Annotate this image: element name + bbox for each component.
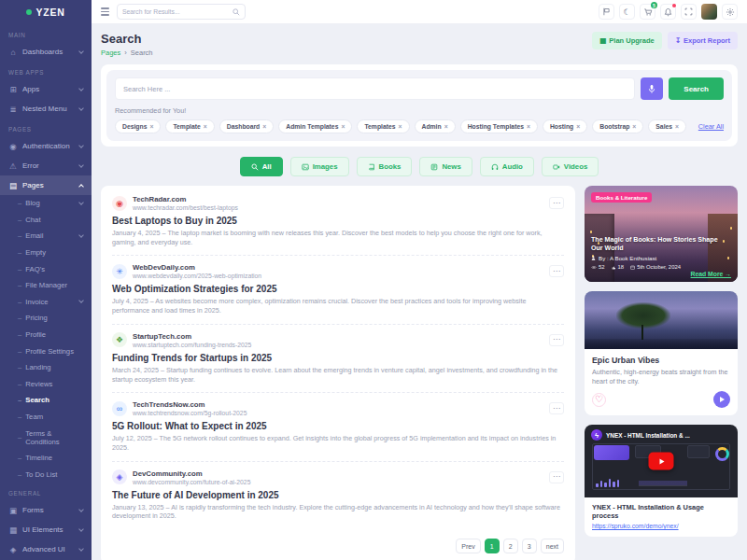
filter-news-button[interactable]: News	[419, 157, 472, 176]
category-badge[interactable]: Books & Literature	[591, 192, 652, 203]
sidebar-item-ui-elements[interactable]: ▦ UI Elements	[0, 520, 92, 539]
tag-pill[interactable]: Bootstrap×	[592, 119, 643, 133]
close-icon[interactable]: ×	[527, 123, 530, 130]
sidebar-item-pricing[interactable]: –Pricing	[0, 310, 92, 327]
header-search-input[interactable]	[122, 8, 233, 15]
pagination-page-2[interactable]: 2	[503, 539, 518, 553]
site-url[interactable]: www.devcommunity.com/future-of-ai-2025	[133, 479, 250, 485]
sidebar-item-email[interactable]: –Email	[0, 228, 92, 245]
sidebar-item-team[interactable]: –Team	[0, 409, 92, 426]
result-title[interactable]: The Future of AI Development in 2025	[112, 490, 564, 500]
search-input[interactable]	[115, 77, 635, 100]
close-icon[interactable]: ×	[262, 123, 266, 130]
sidebar-item-profile[interactable]: –Profile	[0, 327, 92, 343]
tag-pill[interactable]: Dashboard×	[219, 119, 275, 133]
user-avatar[interactable]	[701, 4, 717, 20]
close-icon[interactable]: ×	[444, 123, 448, 130]
close-icon[interactable]: ×	[149, 123, 153, 130]
sidebar-item-profile-settings[interactable]: –Profile Settings	[0, 343, 92, 359]
tag-pill[interactable]: Sales×	[648, 119, 686, 133]
sidebar-item-chat[interactable]: –Chat	[0, 212, 92, 229]
filter-audio-button[interactable]: Audio	[480, 157, 534, 176]
more-options-icon[interactable]: ⋯	[549, 402, 564, 414]
sidebar-item-authentication[interactable]: ◉ Authentication	[0, 136, 92, 156]
sidebar-item-terms[interactable]: –Terms & Conditions	[0, 425, 92, 450]
filter-all-button[interactable]: All	[240, 157, 283, 176]
more-options-icon[interactable]: ⋯	[549, 265, 564, 277]
video-thumbnail[interactable]: ϟ YNEX - HTML Installation & ...	[585, 425, 738, 497]
sidebar-item-dashboards[interactable]: ⌂ Dashboards	[0, 42, 92, 62]
settings-gear-icon[interactable]	[722, 4, 738, 20]
site-url[interactable]: www.webdevdaily.com/2025-web-optimizatio…	[133, 273, 261, 279]
menu-icon[interactable]	[101, 7, 109, 15]
sidebar-item-error[interactable]: ⚠ Error	[0, 156, 92, 175]
filter-books-button[interactable]: Books	[357, 157, 413, 176]
more-options-icon[interactable]: ⋯	[549, 471, 564, 483]
video-title[interactable]: YNEX - HTML Installation & Usage process	[592, 503, 730, 520]
sidebar-item-apps[interactable]: ⊞ Apps	[0, 79, 92, 99]
sidebar-item-pages[interactable]: ▤ Pages	[0, 175, 92, 195]
sidebar-item-timeline[interactable]: –Timeline	[0, 450, 92, 467]
pagination-page-1[interactable]: 1	[485, 539, 500, 553]
result-title[interactable]: 5G Rollout: What to Expect in 2025	[112, 421, 564, 431]
tag-pill[interactable]: Hosting Templates×	[460, 119, 538, 133]
filter-videos-button[interactable]: Videos	[542, 157, 599, 176]
plan-upgrade-button[interactable]: ▦ Plan Upgrade	[592, 32, 661, 49]
sidebar-item-search[interactable]: –Search	[0, 392, 92, 409]
sidebar-item-faqs[interactable]: –FAQ's	[0, 260, 92, 277]
fullscreen-icon[interactable]	[681, 4, 697, 20]
play-button[interactable]	[713, 391, 730, 408]
result-title[interactable]: Funding Trends for Startups in 2025	[112, 353, 564, 363]
export-report-button[interactable]: ↧ Export Report	[668, 32, 738, 49]
sidebar-item-reviews[interactable]: –Reviews	[0, 376, 92, 393]
breadcrumb-parent[interactable]: Pages	[101, 49, 120, 57]
clear-all-link[interactable]: Clear All	[698, 122, 724, 131]
search-icon[interactable]	[233, 8, 240, 16]
tag-pill[interactable]: Admin Templates×	[278, 119, 352, 133]
more-options-icon[interactable]: ⋯	[549, 334, 564, 346]
close-icon[interactable]: ×	[399, 123, 402, 130]
notifications-bell-icon[interactable]	[660, 4, 676, 20]
tag-pill[interactable]: Admin×	[415, 119, 456, 133]
tag-pill[interactable]: Templates×	[357, 119, 409, 133]
sidebar-item-invoice[interactable]: –Invoice	[0, 294, 92, 311]
sidebar-item-forms[interactable]: ▣ Forms	[0, 500, 92, 520]
featured-article-card[interactable]: Books & Literature The Magic of Books: H…	[585, 186, 738, 282]
dark-mode-moon-icon[interactable]: ☾	[619, 4, 635, 20]
sidebar-item-landing[interactable]: –Landing	[0, 359, 92, 376]
result-title[interactable]: Web Optimization Strategies for 2025	[112, 284, 564, 294]
favorite-heart-icon[interactable]: ♡	[592, 393, 606, 407]
youtube-play-button[interactable]	[649, 453, 674, 470]
pagination-prev[interactable]: Prev	[456, 539, 480, 553]
sidebar-item-empty[interactable]: –Empty	[0, 245, 92, 261]
site-url[interactable]: www.startuptech.com/funding-trends-2025	[133, 342, 251, 348]
close-icon[interactable]: ×	[632, 123, 636, 130]
flag-icon[interactable]	[599, 4, 614, 20]
pagination-page-3[interactable]: 3	[522, 539, 537, 553]
sidebar-item-file-manager[interactable]: –File Manager	[0, 277, 92, 294]
result-title[interactable]: Best Laptops to Buy in 2025	[112, 216, 564, 226]
more-options-icon[interactable]: ⋯	[549, 197, 564, 209]
logo[interactable]: YZEN	[0, 0, 92, 24]
filter-images-button[interactable]: Images	[290, 157, 349, 176]
close-icon[interactable]: ×	[675, 123, 679, 130]
sidebar-item-nested-menu[interactable]: ≣ Nested Menu	[0, 99, 92, 119]
read-more-link[interactable]: Read More →	[691, 271, 731, 277]
microphone-button[interactable]	[641, 77, 663, 100]
sidebar-item-advanced-ui[interactable]: ◈ Advanced UI	[0, 539, 92, 559]
featured-title[interactable]: The Magic of Books: How Stories Shape Ou…	[591, 236, 731, 253]
sidebar-item-blog[interactable]: –Blog	[0, 195, 92, 212]
close-icon[interactable]: ×	[341, 123, 345, 130]
tag-pill[interactable]: Template×	[165, 119, 214, 133]
site-url[interactable]: www.techtrendsnow.com/5g-rollout-2025	[133, 410, 247, 416]
close-icon[interactable]: ×	[204, 123, 207, 130]
sidebar-item-todo-list[interactable]: –To Do List	[0, 467, 92, 483]
video-link[interactable]: https://spruko.com/demo/ynex/	[592, 523, 730, 529]
pagination-next[interactable]: next	[541, 539, 564, 553]
audio-title[interactable]: Epic Urban Vibes	[592, 356, 730, 365]
tag-pill[interactable]: Designs×	[115, 119, 161, 133]
cart-icon[interactable]: 5	[640, 4, 655, 20]
site-url[interactable]: www.techradar.com/best/best-laptops	[133, 204, 238, 211]
close-icon[interactable]: ×	[576, 123, 580, 130]
tag-pill[interactable]: Hosting×	[543, 119, 587, 133]
